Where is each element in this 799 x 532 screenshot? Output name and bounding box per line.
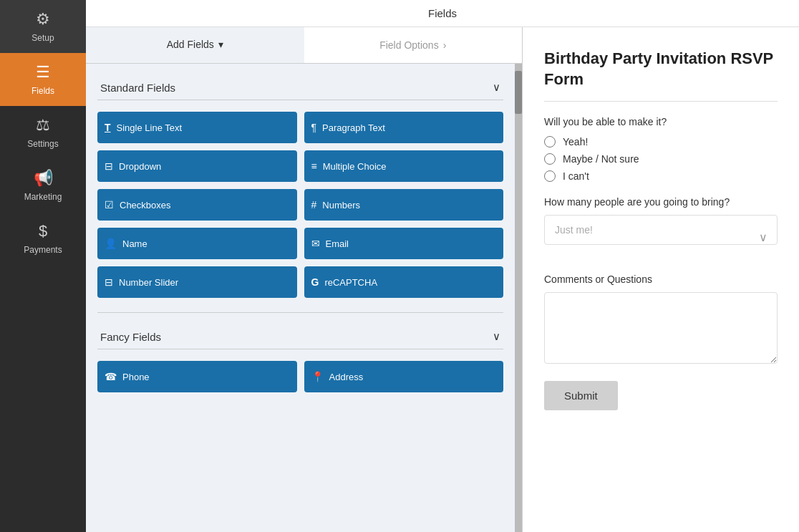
single-line-text-button[interactable]: T Single Line Text xyxy=(97,112,297,143)
sidebar-marketing-label: Marketing xyxy=(24,192,62,202)
fancy-fields-label: Fancy Fields xyxy=(100,331,161,343)
main-area: Fields Add Fields ▾ Field Options › xyxy=(86,0,799,532)
how-many-people-dropdown[interactable]: Just me! 1 2 3 xyxy=(544,215,778,245)
tab-field-options-label: Field Options xyxy=(379,39,438,51)
recaptcha-icon: G xyxy=(311,276,319,288)
email-button[interactable]: ✉ Email xyxy=(304,228,504,259)
sidebar-item-settings[interactable]: ⚖ Settings xyxy=(0,106,86,159)
fancy-fields-chevron: ∨ xyxy=(493,330,500,343)
email-icon: ✉ xyxy=(311,238,320,249)
section-divider xyxy=(97,312,503,313)
standard-fields-chevron: ∨ xyxy=(493,81,500,94)
topbar-title: Fields xyxy=(428,7,457,19)
checkboxes-button[interactable]: ☑ Checkboxes xyxy=(97,189,297,221)
tab-add-fields-label: Add Fields xyxy=(167,39,214,50)
fancy-fields-section-header: Fancy Fields ∨ xyxy=(97,324,503,349)
form-question-3: Comments or Questions xyxy=(544,274,778,285)
sidebar: ⚙ Setup ☰ Fields ⚖ Settings 📢 Marketing … xyxy=(0,0,86,532)
form-question-1: Will you be able to make it? xyxy=(544,116,778,127)
sidebar-item-payments[interactable]: $ Payments xyxy=(0,212,86,265)
radio-maybe-label: Maybe / Not sure xyxy=(563,153,639,165)
dropdown-icon: ⊟ xyxy=(105,160,113,172)
single-line-text-icon: T xyxy=(105,122,111,133)
email-label: Email xyxy=(326,238,349,249)
fancy-fields-grid: ☎ Phone 📍 Address xyxy=(97,361,503,392)
tab-field-options-icon: › xyxy=(443,39,447,51)
standard-fields-grid: T Single Line Text ¶ Paragraph Text ⊟ Dr… xyxy=(97,112,503,298)
paragraph-text-label: Paragraph Text xyxy=(322,122,385,133)
standard-fields-label: Standard Fields xyxy=(100,82,175,94)
address-button[interactable]: 📍 Address xyxy=(304,361,504,392)
numbers-button[interactable]: # Numbers xyxy=(304,189,504,221)
sidebar-item-fields[interactable]: ☰ Fields xyxy=(0,53,86,106)
sidebar-settings-label: Settings xyxy=(27,139,58,149)
checkboxes-label: Checkboxes xyxy=(120,200,171,211)
checkboxes-icon: ☑ xyxy=(105,199,114,211)
radio-maybe[interactable] xyxy=(544,153,556,165)
payments-icon: $ xyxy=(39,222,47,241)
dropdown-wrapper: Just me! 1 2 3 xyxy=(544,215,778,259)
form-divider xyxy=(544,101,778,102)
multiple-choice-label: Multiple Choice xyxy=(323,161,387,172)
tab-field-options[interactable]: Field Options › xyxy=(304,27,523,63)
fields-scroll-area: Standard Fields ∨ T Single Line Text ¶ P… xyxy=(86,64,515,532)
phone-button[interactable]: ☎ Phone xyxy=(97,361,297,392)
sidebar-item-setup[interactable]: ⚙ Setup xyxy=(0,0,86,53)
name-label: Name xyxy=(122,238,147,249)
radio-yeah[interactable] xyxy=(544,136,556,147)
address-label: Address xyxy=(329,372,364,382)
numbers-label: Numbers xyxy=(322,200,360,211)
settings-icon: ⚖ xyxy=(36,116,50,135)
radio-cant-label: I can't xyxy=(563,170,589,182)
number-slider-icon: ⊟ xyxy=(105,276,113,288)
radio-option-cant[interactable]: I can't xyxy=(544,170,778,182)
sidebar-payments-label: Payments xyxy=(24,245,62,255)
left-panel: Add Fields ▾ Field Options › Standard Fi… xyxy=(86,27,523,532)
name-button[interactable]: 👤 Name xyxy=(97,228,297,259)
sidebar-setup-label: Setup xyxy=(32,33,54,43)
submit-button[interactable]: Submit xyxy=(544,381,618,410)
single-line-text-label: Single Line Text xyxy=(117,122,183,133)
multiple-choice-button[interactable]: ≡ Multiple Choice xyxy=(304,150,504,182)
recaptcha-button[interactable]: G reCAPTCHA xyxy=(304,266,504,298)
scroll-strip xyxy=(515,64,522,532)
paragraph-text-icon: ¶ xyxy=(311,122,317,133)
form-preview: Birthday Party Invitation RSVP Form Will… xyxy=(523,27,799,532)
marketing-icon: 📢 xyxy=(34,169,53,188)
radio-option-maybe[interactable]: Maybe / Not sure xyxy=(544,153,778,165)
dropdown-label: Dropdown xyxy=(119,161,161,172)
sidebar-fields-label: Fields xyxy=(32,86,54,96)
multiple-choice-icon: ≡ xyxy=(311,160,317,172)
setup-icon: ⚙ xyxy=(36,10,50,29)
paragraph-text-button[interactable]: ¶ Paragraph Text xyxy=(304,112,504,143)
number-slider-button[interactable]: ⊟ Number Slider xyxy=(97,266,297,298)
form-title: Birthday Party Invitation RSVP Form xyxy=(544,49,778,90)
sidebar-item-marketing[interactable]: 📢 Marketing xyxy=(0,159,86,212)
numbers-icon: # xyxy=(311,199,317,211)
topbar: Fields xyxy=(86,0,799,27)
fields-icon: ☰ xyxy=(36,63,50,82)
form-question-2: How many people are you going to bring? xyxy=(544,196,778,208)
comments-textarea[interactable] xyxy=(544,292,778,364)
address-icon: 📍 xyxy=(311,371,324,382)
content-area: Add Fields ▾ Field Options › Standard Fi… xyxy=(86,27,799,532)
radio-cant[interactable] xyxy=(544,170,556,182)
number-slider-label: Number Slider xyxy=(119,277,178,288)
radio-option-yeah[interactable]: Yeah! xyxy=(544,136,778,147)
recaptcha-label: reCAPTCHA xyxy=(324,277,377,288)
radio-group-attendance: Yeah! Maybe / Not sure I can't xyxy=(544,136,778,182)
tab-add-fields[interactable]: Add Fields ▾ xyxy=(86,27,304,63)
phone-icon: ☎ xyxy=(105,371,117,382)
name-icon: 👤 xyxy=(105,238,117,249)
tab-add-fields-icon: ▾ xyxy=(218,39,223,50)
standard-fields-section-header: Standard Fields ∨ xyxy=(97,75,503,100)
dropdown-button[interactable]: ⊟ Dropdown xyxy=(97,150,297,182)
tabs: Add Fields ▾ Field Options › xyxy=(86,27,522,64)
phone-label: Phone xyxy=(122,372,150,382)
radio-yeah-label: Yeah! xyxy=(563,136,588,147)
